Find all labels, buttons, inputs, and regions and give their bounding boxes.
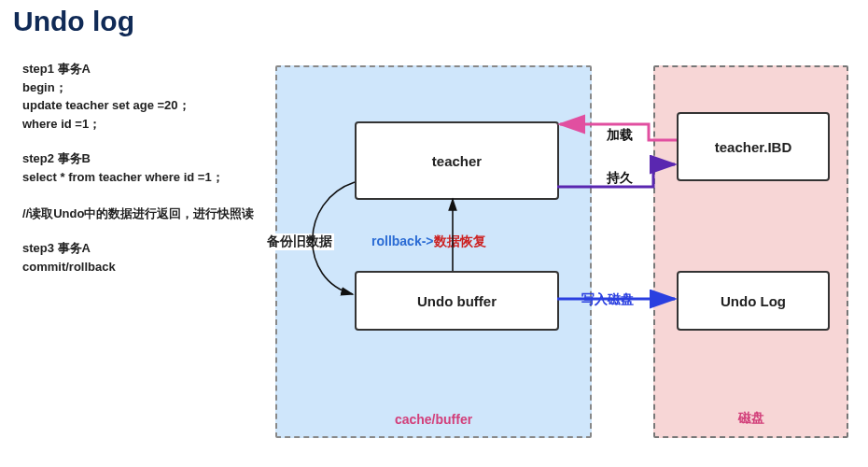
page-title: Undo log [0, 0, 868, 43]
disk-label: 磁盘 [655, 410, 847, 427]
teacher-ibd-box: teacher.IBD [677, 112, 830, 181]
undo-buffer-box: Undo buffer [355, 271, 559, 331]
rollback-label: rollback->数据恢复 [371, 234, 486, 250]
step1-text: step1 事务A begin； update teacher set age … [22, 60, 256, 133]
cache-buffer-label: cache/buffer [277, 412, 590, 427]
backup-label: 备份旧数据 [265, 234, 334, 250]
rollback-prefix: rollback-> [371, 234, 434, 248]
load-label: 加载 [607, 127, 633, 144]
persist-label: 持久 [607, 170, 633, 187]
teacher-box: teacher [355, 121, 559, 200]
rollback-suffix: 数据恢复 [434, 234, 486, 248]
steps-block: step1 事务A begin； update teacher set age … [22, 60, 256, 292]
step2-text: step2 事务B select * from teacher where id… [22, 149, 256, 222]
step3-text: step3 事务A commit/rollback [22, 239, 256, 276]
write-disk-label: 写入磁盘 [581, 291, 634, 308]
undo-log-box: Undo Log [677, 271, 830, 331]
